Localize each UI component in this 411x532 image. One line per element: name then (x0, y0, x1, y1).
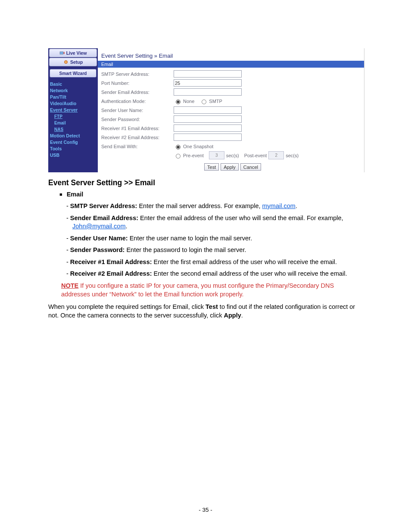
doc-heading: Event Server Setting >> Email (48, 178, 364, 187)
email-form: SMTP Server Address: Port Number: Sender… (98, 68, 364, 171)
label-auth-mode: Authentication Mode: (101, 99, 172, 104)
camera-icon (59, 51, 65, 55)
setup-tab[interactable]: Setup (49, 58, 97, 66)
doc-item-smtp: SMTP Server Address: Enter the mail serv… (66, 202, 364, 211)
setup-label: Setup (70, 59, 83, 65)
input-port[interactable] (174, 79, 242, 87)
radio-one-snapshot-label: One Snapshot (183, 144, 213, 149)
input-sender-pass[interactable] (174, 115, 242, 123)
sidebar: Live View Setup Smart Wizard Basic Netwo… (48, 48, 98, 172)
doc-item-sender-email: Sender Email Address: Enter the email ad… (66, 214, 364, 231)
smart-wizard-button[interactable]: Smart Wizard (50, 69, 97, 78)
sidebar-item-motion-detect[interactable]: Motion Detect (50, 133, 98, 139)
doc-email-header: Email (48, 191, 364, 198)
input-sender-email[interactable] (174, 88, 242, 96)
documentation: Event Server Setting >> Email Email SMTP… (48, 178, 364, 320)
sidebar-nav: Basic Network Pan/Tilt Video/Audio Event… (48, 80, 98, 160)
radio-pre-post[interactable] (176, 154, 181, 159)
radio-auth-none-label: None (183, 99, 194, 104)
label-receiver1: Receiver #1 Email Address: (101, 126, 172, 131)
radio-one-snapshot[interactable] (176, 145, 181, 149)
apply-button[interactable]: Apply (221, 163, 239, 171)
post-event-label: Post-event (244, 153, 267, 158)
label-sender-pass: Sender Password: (101, 117, 172, 122)
link-mymail[interactable]: mymail.com (262, 202, 296, 209)
button-row: Test Apply Cancel (101, 160, 364, 171)
pre-event-label: Pre-event (183, 153, 204, 158)
input-receiver1[interactable] (174, 124, 242, 132)
label-receiver2: Receiver #2 Email Address: (101, 135, 172, 140)
label-port: Port Number: (101, 81, 172, 86)
input-smtp-server[interactable] (174, 70, 242, 78)
select-post-event[interactable] (268, 151, 284, 159)
label-sender-user: Sender User Name: (101, 108, 172, 113)
label-send-with: Send Email With: (101, 144, 172, 149)
live-view-label: Live View (66, 50, 87, 56)
pre-event-secs: sec(s) (226, 153, 239, 158)
smart-wizard-label: Smart Wizard (59, 71, 87, 76)
svg-rect-0 (60, 52, 63, 54)
sidebar-item-video-audio[interactable]: Video/Audio (50, 100, 98, 107)
sidebar-item-network[interactable]: Network (50, 87, 98, 94)
radio-auth-none[interactable] (176, 100, 181, 104)
sidebar-item-event-server[interactable]: Event Server (50, 107, 98, 113)
doc-item-receiver2: Receiver #2 Email Address: Enter the sec… (66, 270, 364, 278)
link-john-mymail[interactable]: John@mymail.com (72, 223, 126, 230)
doc-item-user: Sender User Name: Enter the user name to… (66, 234, 364, 243)
sidebar-item-ftp[interactable]: FTP (50, 113, 98, 120)
radio-auth-smtp-label: SMTP (209, 99, 222, 104)
label-smtp-server: SMTP Server Address: (101, 72, 172, 77)
live-view-tab[interactable]: Live View (49, 49, 97, 57)
doc-note: NOTE If you configure a static IP for yo… (61, 282, 364, 299)
sidebar-item-usb[interactable]: USB (50, 152, 98, 159)
doc-item-pass: Sender Password: Enter the password to l… (66, 246, 364, 255)
select-pre-event[interactable] (209, 151, 224, 159)
post-event-secs: sec(s) (286, 153, 299, 158)
gear-icon (63, 60, 68, 64)
doc-item-receiver1: Receiver #1 Email Address: Enter the fir… (66, 258, 364, 267)
sidebar-item-pantilt[interactable]: Pan/Tilt (50, 94, 98, 100)
cancel-button[interactable]: Cancel (240, 163, 261, 171)
breadcrumb: Event Server Setting » Email (98, 48, 364, 61)
test-button[interactable]: Test (204, 163, 219, 171)
sidebar-item-basic[interactable]: Basic (50, 81, 98, 87)
app-screenshot: Live View Setup Smart Wizard Basic Netwo… (48, 48, 364, 172)
radio-auth-smtp[interactable] (202, 100, 206, 104)
input-sender-user[interactable] (174, 106, 242, 114)
sidebar-item-tools[interactable]: Tools (50, 146, 98, 152)
sidebar-item-email[interactable]: Email (54, 121, 66, 125)
label-sender-email: Sender Email Address: (101, 90, 172, 95)
doc-closing-paragraph: When you complete the required settings … (48, 303, 364, 320)
svg-point-2 (65, 62, 66, 63)
section-header: Email (98, 61, 364, 68)
sidebar-item-nas[interactable]: NAS (50, 126, 98, 133)
main-panel: Event Server Setting » Email Email SMTP … (98, 48, 364, 172)
input-receiver2[interactable] (174, 134, 242, 141)
page-number: - 35 - (0, 507, 411, 513)
sidebar-item-event-config[interactable]: Event Config (50, 139, 98, 146)
